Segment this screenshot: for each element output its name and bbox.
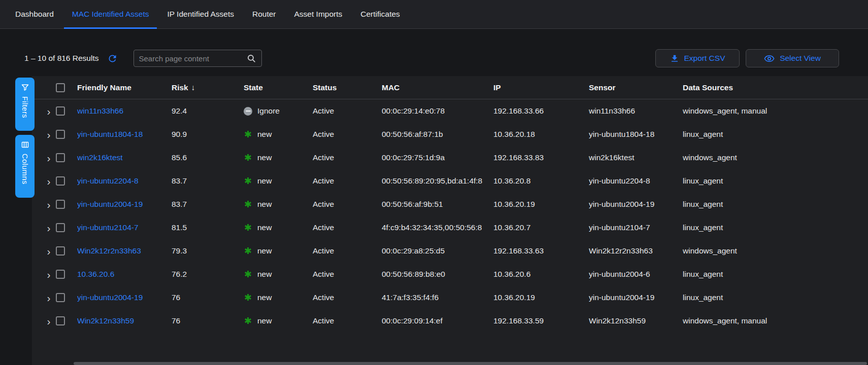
cell-mac: 00:0c:29:a8:25:d5 [382, 246, 493, 256]
expand-row-chevron-icon[interactable]: › [44, 106, 53, 117]
cell-friendly-name[interactable]: yin-ubuntu2104-7 [77, 223, 172, 232]
state-label: new [257, 246, 272, 256]
row-checkbox[interactable] [56, 293, 65, 302]
toolbar: 1 – 10 of 816 Results Export CSV Select … [0, 49, 868, 67]
horizontal-scrollbar[interactable] [74, 362, 867, 365]
state-new-icon: ✱ [244, 223, 252, 232]
row-checkbox[interactable] [56, 246, 65, 256]
expand-row-chevron-icon[interactable]: › [44, 316, 53, 326]
cell-state: Ignore [244, 106, 313, 116]
state-new-icon: ✱ [244, 153, 252, 162]
header-data-sources[interactable]: Data Sources [683, 83, 868, 92]
state-new-icon: ✱ [244, 293, 252, 302]
cell-ip: 10.36.20.8 [493, 176, 589, 186]
expand-row-chevron-icon[interactable]: › [44, 129, 53, 140]
header-mac[interactable]: MAC [382, 83, 493, 92]
cell-friendly-name[interactable]: Win2k12r2n33h63 [77, 246, 172, 256]
tab-ip-identified-assets[interactable]: IP Identified Assets [159, 0, 242, 28]
table-row: ›yin-ubuntu2104-781.5✱newActive4f:c9:b4:… [32, 216, 868, 239]
expand-row-chevron-icon[interactable]: › [44, 293, 53, 303]
cell-status: Active [313, 130, 382, 139]
header-friendly-name[interactable]: Friendly Name [77, 83, 172, 92]
header-status[interactable]: Status [313, 83, 382, 92]
cell-risk: 81.5 [172, 223, 244, 232]
row-checkbox[interactable] [56, 270, 65, 279]
cell-friendly-name[interactable]: Win2k12n33h59 [77, 316, 172, 325]
cell-data-sources: windows_agent [683, 153, 868, 162]
cell-risk: 76 [172, 293, 244, 302]
select-all-checkbox[interactable] [56, 83, 65, 92]
state-new-icon: ✱ [244, 246, 252, 256]
row-checkbox[interactable] [56, 223, 65, 232]
row-controls-cell: › [32, 176, 77, 187]
assets-table: Friendly Name Risk↓ State Status MAC IP … [32, 76, 868, 365]
export-csv-button[interactable]: Export CSV [655, 49, 740, 67]
nav-tabs: DashboardMAC Identified AssetsIP Identif… [7, 0, 410, 28]
state-label: new [257, 316, 272, 325]
cell-friendly-name[interactable]: yin-ubuntu2204-8 [77, 176, 172, 186]
expand-row-chevron-icon[interactable]: › [44, 246, 53, 257]
cell-mac: 00:0c:29:14:e0:78 [382, 106, 493, 116]
cell-risk: 83.7 [172, 200, 244, 209]
cell-data-sources: windows_agent, manual [683, 106, 868, 116]
row-controls-cell: › [32, 223, 77, 233]
columns-tab[interactable]: Columns [15, 135, 35, 198]
row-controls-cell: › [32, 153, 77, 163]
cell-friendly-name[interactable]: win11n33h66 [77, 106, 172, 116]
row-checkbox[interactable] [56, 316, 65, 325]
state-label: new [257, 130, 272, 139]
header-risk[interactable]: Risk↓ [172, 83, 244, 92]
refresh-button[interactable] [107, 53, 118, 64]
cell-sensor: yin-ubuntu1804-18 [589, 130, 683, 139]
row-checkbox[interactable] [56, 200, 65, 209]
tab-certificates[interactable]: Certificates [352, 0, 408, 28]
table-row: ›Win2k12r2n33h6379.3✱newActive00:0c:29:a… [32, 239, 868, 263]
cell-friendly-name[interactable]: win2k16ktest [77, 153, 172, 162]
row-checkbox[interactable] [56, 106, 65, 116]
cell-ip: 192.168.33.59 [493, 316, 589, 325]
expand-row-chevron-icon[interactable]: › [44, 199, 53, 210]
search-input[interactable] [139, 54, 247, 63]
cell-data-sources: linux_agent [683, 176, 868, 186]
cell-ip: 10.36.20.7 [493, 223, 589, 232]
cell-friendly-name[interactable]: yin-ubuntu2004-19 [77, 200, 172, 209]
cell-friendly-name[interactable]: yin-ubuntu2004-19 [77, 293, 172, 302]
cell-status: Active [313, 176, 382, 186]
cell-friendly-name[interactable]: 10.36.20.6 [77, 270, 172, 279]
cell-state: ✱new [244, 223, 313, 232]
cell-sensor: yin-ubuntu2204-8 [589, 176, 683, 186]
header-ip[interactable]: IP [493, 83, 589, 92]
table-row: ›yin-ubuntu1804-1890.9✱newActive00:50:56… [32, 123, 868, 146]
row-checkbox[interactable] [56, 176, 65, 186]
expand-row-chevron-icon[interactable]: › [44, 269, 53, 280]
cell-risk: 85.6 [172, 153, 244, 162]
filters-tab[interactable]: Filters [15, 78, 35, 131]
tab-asset-imports[interactable]: Asset Imports [286, 0, 351, 28]
cell-ip: 192.168.33.83 [493, 153, 589, 162]
state-new-icon: ✱ [244, 130, 252, 139]
state-label: Ignore [257, 106, 280, 116]
row-controls-cell: › [32, 316, 77, 326]
tab-dashboard[interactable]: Dashboard [7, 0, 62, 28]
cell-mac: 00:50:56:89:b8:e0 [382, 270, 493, 279]
state-label: new [257, 270, 272, 279]
tab-mac-identified-assets[interactable]: MAC Identified Assets [64, 0, 157, 28]
select-view-button[interactable]: Select View [746, 49, 839, 67]
header-sensor[interactable]: Sensor [589, 83, 683, 92]
cell-friendly-name[interactable]: yin-ubuntu1804-18 [77, 130, 172, 139]
expand-row-chevron-icon[interactable]: › [44, 153, 53, 163]
select-view-label: Select View [780, 54, 821, 63]
cell-state: ✱new [244, 176, 313, 186]
expand-row-chevron-icon[interactable]: › [44, 223, 53, 233]
tab-router[interactable]: Router [244, 0, 284, 28]
cell-data-sources: linux_agent [683, 200, 868, 209]
row-checkbox[interactable] [56, 153, 65, 162]
cell-mac: 00:50:56:89:20:95,bd:a1:4f:8 [382, 176, 493, 186]
row-checkbox[interactable] [56, 130, 65, 139]
expand-row-chevron-icon[interactable]: › [44, 176, 53, 187]
filters-tab-label: Filters [21, 96, 29, 118]
cell-ip: 10.36.20.18 [493, 130, 589, 139]
cell-risk: 83.7 [172, 176, 244, 186]
state-label: new [257, 293, 272, 302]
header-state[interactable]: State [244, 83, 313, 92]
